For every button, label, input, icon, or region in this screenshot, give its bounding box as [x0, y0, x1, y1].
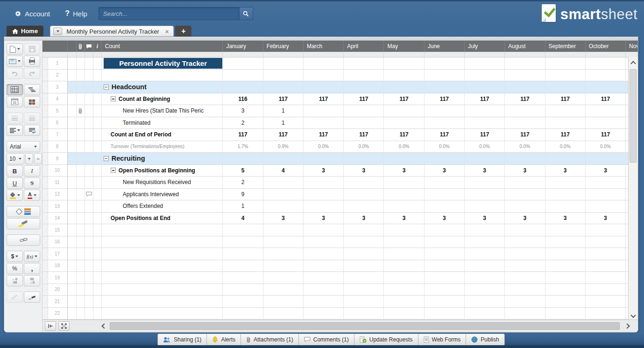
- cell[interactable]: 0.0%: [344, 141, 384, 153]
- cell[interactable]: [545, 70, 586, 82]
- cell-attachment[interactable]: [77, 296, 85, 308]
- collapse-left-panel-button[interactable]: [45, 321, 56, 331]
- cell[interactable]: [223, 308, 263, 320]
- cell-comment[interactable]: [85, 141, 93, 153]
- cell-comment[interactable]: [85, 70, 93, 82]
- cell-comment[interactable]: [85, 296, 93, 308]
- fill-color-button[interactable]: [7, 190, 23, 201]
- vertical-scroll-thumb[interactable]: [630, 69, 637, 163]
- row-number[interactable]: 18: [42, 260, 68, 272]
- cell[interactable]: [304, 105, 344, 117]
- row-drag-handle[interactable]: [42, 70, 48, 81]
- conditional-formatting-button[interactable]: [7, 206, 40, 217]
- row-drag-handle[interactable]: [42, 200, 48, 212]
- cell[interactable]: 3: [505, 213, 545, 225]
- cell[interactable]: 3: [545, 165, 586, 177]
- cell-primary[interactable]: [102, 296, 223, 308]
- cell-info[interactable]: [93, 248, 102, 260]
- decrease-font-button[interactable]: −: [34, 153, 42, 164]
- cell[interactable]: [223, 81, 263, 93]
- cell[interactable]: [68, 93, 77, 106]
- cell[interactable]: 3: [465, 213, 505, 225]
- cell[interactable]: [263, 296, 304, 308]
- row-drag-handle[interactable]: [42, 213, 48, 224]
- cell-primary[interactable]: Personnel Activity Tracker: [102, 57, 223, 70]
- cell-primary[interactable]: [102, 248, 223, 260]
- cell[interactable]: [505, 200, 545, 213]
- cell[interactable]: 3: [505, 165, 545, 177]
- cell[interactable]: [545, 189, 586, 201]
- cell[interactable]: [384, 260, 424, 272]
- cell-comment[interactable]: [85, 189, 93, 201]
- scroll-left-button[interactable]: [101, 323, 106, 328]
- cell[interactable]: [465, 284, 505, 296]
- cell-primary[interactable]: Headcount: [102, 81, 223, 93]
- cell[interactable]: 0.0%: [304, 141, 344, 153]
- align-button[interactable]: [7, 125, 23, 136]
- italic-button[interactable]: I: [24, 165, 40, 177]
- cell-attachment[interactable]: [77, 129, 85, 141]
- cell[interactable]: 9: [223, 189, 263, 201]
- column-header-info[interactable]: i: [93, 41, 102, 52]
- cell[interactable]: [545, 81, 586, 93]
- cell[interactable]: [545, 153, 586, 165]
- column-header-march[interactable]: March: [304, 41, 344, 52]
- cell[interactable]: [586, 200, 626, 213]
- cell[interactable]: [384, 272, 424, 284]
- cell-primary[interactable]: Count at End of Period: [102, 129, 223, 141]
- cell[interactable]: [586, 308, 626, 320]
- cell[interactable]: [263, 153, 304, 165]
- cell[interactable]: [425, 236, 465, 249]
- help-button[interactable]: ? Help: [65, 9, 87, 18]
- cell[interactable]: 0.9%: [263, 141, 304, 153]
- cell-primary[interactable]: Recruiting: [102, 153, 223, 165]
- cell-info[interactable]: [93, 236, 102, 249]
- cell[interactable]: [68, 236, 77, 249]
- column-header-february[interactable]: February: [263, 41, 304, 52]
- cell-info[interactable]: [93, 272, 102, 284]
- row-number[interactable]: 15: [42, 224, 68, 236]
- cell-comment[interactable]: [85, 165, 93, 177]
- cell-info[interactable]: [93, 189, 102, 201]
- row-number[interactable]: 19: [42, 272, 68, 284]
- outdent-button[interactable]: [7, 113, 23, 124]
- cell-attachment[interactable]: [77, 189, 85, 201]
- cell[interactable]: 0.0%: [505, 141, 545, 153]
- attachments-button[interactable]: Attachments (1): [241, 334, 299, 345]
- cell[interactable]: 3: [384, 213, 424, 225]
- cell-info[interactable]: [93, 93, 102, 106]
- cell[interactable]: 3: [545, 213, 586, 225]
- row-drag-handle[interactable]: [42, 129, 48, 141]
- cell-attachment[interactable]: [77, 200, 85, 213]
- cell[interactable]: [465, 81, 505, 93]
- row-number[interactable]: 12: [42, 189, 68, 201]
- cell[interactable]: [586, 153, 626, 165]
- cell-comment[interactable]: [85, 248, 93, 260]
- cell[interactable]: [384, 81, 424, 93]
- highlight-changes-button[interactable]: [7, 218, 40, 229]
- cell[interactable]: [425, 284, 465, 296]
- scroll-up-button[interactable]: [629, 57, 637, 68]
- cell-comment[interactable]: [85, 129, 93, 141]
- save-button[interactable]: [24, 43, 40, 55]
- cell[interactable]: [425, 224, 465, 236]
- cell[interactable]: [68, 153, 77, 165]
- cell[interactable]: [68, 189, 77, 201]
- cell-info[interactable]: [93, 165, 102, 177]
- cell[interactable]: 3: [425, 213, 465, 225]
- cell[interactable]: [384, 200, 424, 213]
- cell-comment[interactable]: [85, 272, 93, 284]
- row-drag-handle[interactable]: [42, 308, 48, 320]
- cell[interactable]: [505, 308, 545, 320]
- cell[interactable]: 3: [586, 213, 626, 225]
- cell[interactable]: [304, 308, 344, 320]
- cell[interactable]: 117: [223, 129, 263, 141]
- cell[interactable]: [465, 272, 505, 284]
- cell[interactable]: [344, 57, 384, 70]
- cell[interactable]: [384, 224, 424, 236]
- cell[interactable]: [304, 70, 344, 82]
- cell[interactable]: [344, 117, 384, 129]
- cell-attachment[interactable]: [77, 117, 85, 129]
- cell[interactable]: [263, 272, 304, 284]
- cell[interactable]: 3: [344, 213, 384, 225]
